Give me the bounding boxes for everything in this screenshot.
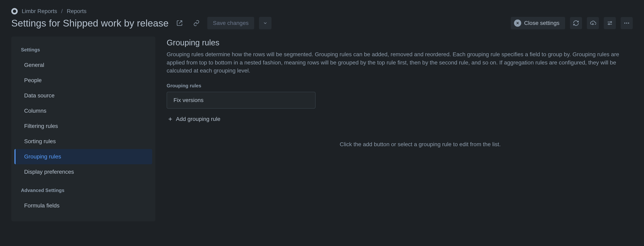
more-horizontal-icon <box>624 20 630 26</box>
breadcrumb-section[interactable]: Reports <box>67 8 86 14</box>
sidebar-item-sorting-rules[interactable]: Sorting rules <box>14 134 152 149</box>
page-title-name: Shipped work by release <box>63 18 169 28</box>
link-icon <box>193 20 200 26</box>
svg-point-0 <box>610 21 612 22</box>
sidebar-item-data-source[interactable]: Data source <box>14 88 152 103</box>
open-external-icon <box>176 20 183 26</box>
sliders-icon <box>606 20 613 26</box>
svg-point-1 <box>608 24 610 25</box>
rules-list-label: Grouping rules <box>167 83 316 89</box>
svg-point-3 <box>626 22 627 23</box>
close-icon <box>514 19 521 27</box>
sidebar-section-settings: Settings <box>11 45 155 57</box>
save-dropdown-button[interactable] <box>259 17 272 29</box>
copy-link-button[interactable] <box>190 17 202 29</box>
breadcrumb-app[interactable]: Limbr Reports <box>22 8 57 14</box>
settings-sidebar: Settings General People Data source Colu… <box>11 36 155 221</box>
add-grouping-rule-button[interactable]: Add grouping rule <box>167 114 221 124</box>
configure-button[interactable] <box>604 17 616 29</box>
save-button[interactable]: Save changes <box>207 17 254 29</box>
sidebar-section-advanced: Advanced Settings <box>11 180 155 198</box>
sidebar-item-general[interactable]: General <box>14 57 152 73</box>
page-title-prefix: Settings for <box>11 18 63 28</box>
main-help-text: Grouping rules determine how the rows wi… <box>167 50 633 75</box>
sidebar-item-filtering-rules[interactable]: Filtering rules <box>14 119 152 134</box>
grouping-rule-item[interactable]: Fix versions <box>167 92 316 109</box>
chevron-down-icon <box>263 21 268 25</box>
main-heading: Grouping rules <box>167 38 633 47</box>
sidebar-item-formula-fields[interactable]: Formula fields <box>14 198 152 213</box>
sidebar-item-people[interactable]: People <box>14 73 152 88</box>
sidebar-item-display-preferences[interactable]: Display preferences <box>14 164 152 180</box>
app-logo-icon <box>11 8 18 14</box>
plus-icon <box>168 116 173 122</box>
add-grouping-rule-label: Add grouping rule <box>176 116 220 122</box>
close-settings-button[interactable]: Close settings <box>511 17 565 29</box>
breadcrumb-separator: / <box>61 8 63 14</box>
svg-point-4 <box>628 22 629 23</box>
edit-hint: Click the add button or select a groupin… <box>340 141 633 148</box>
sidebar-item-grouping-rules[interactable]: Grouping rules <box>14 149 152 164</box>
sidebar-item-columns[interactable]: Columns <box>14 103 152 119</box>
refresh-icon <box>573 20 579 26</box>
refresh-button[interactable] <box>570 17 582 29</box>
svg-point-2 <box>624 22 625 23</box>
page-title: Settings for Shipped work by release <box>11 18 169 29</box>
close-settings-label: Close settings <box>524 20 560 26</box>
download-button[interactable] <box>587 17 599 29</box>
breadcrumb: Limbr Reports / Reports <box>11 8 633 14</box>
more-button[interactable] <box>621 17 633 29</box>
open-external-button[interactable] <box>174 17 186 29</box>
download-cloud-icon <box>590 20 596 26</box>
